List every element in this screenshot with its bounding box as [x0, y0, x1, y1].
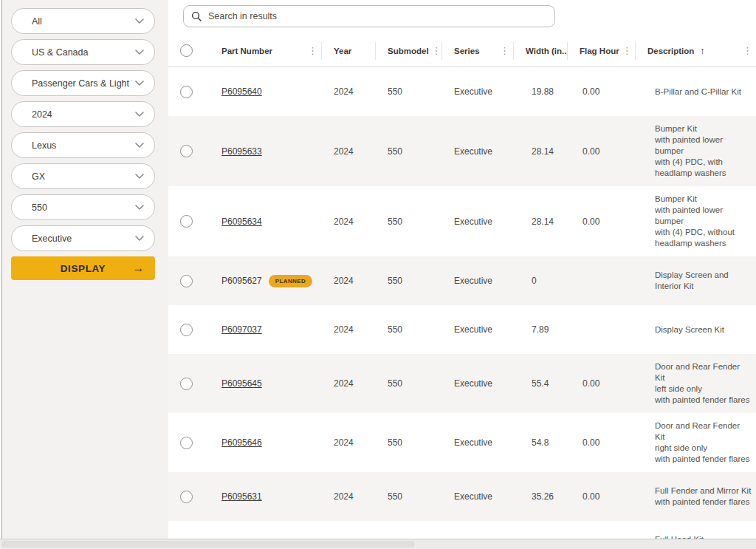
filter-dropdown-2024[interactable]: 2024	[11, 101, 155, 127]
header-cell-series[interactable]: Series⋮	[442, 42, 514, 60]
filter-list: AllUS & CanadaPassenger Cars & Light Tru…	[11, 8, 155, 251]
part-number-cell: P6095640	[210, 79, 322, 104]
flag-hour-cell: 0.00	[568, 484, 636, 509]
part-number-link[interactable]: P6095633	[221, 146, 262, 157]
column-menu-icon[interactable]: ⋮	[619, 45, 636, 56]
column-menu-icon[interactable]: ⋮	[740, 45, 756, 56]
display-button-label: DISPLAY	[61, 263, 106, 274]
header-cell-flag-hour[interactable]: Flag Hour⋮	[568, 42, 636, 60]
part-number-link[interactable]: P6095645	[221, 378, 262, 389]
row-select-cell	[168, 78, 210, 106]
row-select-cell	[168, 483, 210, 511]
row-select-cell	[168, 267, 210, 295]
table-row: P60956332024550Executive28.140.00Bumper …	[168, 116, 756, 186]
search-input[interactable]	[207, 10, 547, 22]
row-select-radio[interactable]	[180, 145, 193, 157]
description-line: Bumper Kit	[655, 123, 752, 134]
year-cell: 2024	[322, 371, 376, 396]
row-select-radio[interactable]	[180, 324, 193, 336]
description-cell: Full Fender and Mirror Kitwith painted f…	[636, 478, 756, 515]
column-label: Year	[334, 47, 351, 55]
header-cell-part-number[interactable]: Part Number⋮	[210, 42, 322, 60]
filter-dropdown-executive[interactable]: Executive	[11, 225, 155, 251]
series-cell: Executive	[442, 484, 514, 509]
part-number-link[interactable]: P6097037	[221, 324, 262, 335]
part-number-cell: P6095646	[210, 430, 322, 455]
year-cell: 2024	[322, 268, 376, 293]
row-select-radio[interactable]	[180, 86, 193, 98]
table-row: P60956452024550Executive55.40.00Door and…	[168, 354, 756, 413]
row-select-radio[interactable]	[180, 378, 193, 390]
filter-dropdown-550[interactable]: 550	[11, 194, 155, 220]
header-cell-submodel[interactable]: Submodel⋮	[376, 42, 442, 60]
column-menu-icon[interactable]: ⋮	[497, 45, 513, 56]
row-select-cell	[168, 316, 210, 344]
part-number-link[interactable]: P6095646	[221, 437, 262, 448]
header-cell-year[interactable]: Year	[322, 42, 376, 60]
description-cell: Display Screen Kit	[636, 317, 756, 343]
submodel-cell: 550	[376, 371, 442, 396]
select-all-radio[interactable]	[180, 44, 193, 57]
filter-dropdown-lexus[interactable]: Lexus	[11, 132, 155, 158]
column-menu-icon[interactable]: ⋮	[429, 45, 442, 56]
chevron-down-icon	[135, 18, 144, 24]
display-button[interactable]: DISPLAY →	[11, 256, 155, 280]
description-cell: Bumper Kitwith painted lower bumperwith …	[636, 186, 756, 256]
horizontal-scrollbar-thumb[interactable]	[1, 541, 415, 548]
search-row	[168, 0, 756, 35]
description-line: Bumper Kit	[655, 194, 752, 205]
row-select-radio[interactable]	[180, 215, 193, 228]
part-number-cell: P6095633	[210, 139, 322, 164]
part-number-cell: P6095627PLANNED	[210, 267, 322, 295]
part-number-text: P6095627	[221, 276, 262, 286]
part-number-link[interactable]: P6095634	[221, 216, 262, 227]
part-number-link[interactable]: P6095631	[221, 491, 262, 502]
description-line: Door and Rear Fender Kit	[655, 420, 752, 443]
header-cell-width-in[interactable]: Width (in...	[514, 42, 568, 60]
filter-dropdown-gx[interactable]: GX	[11, 163, 155, 189]
chevron-down-icon	[135, 174, 144, 179]
series-cell: Executive	[442, 209, 514, 234]
arrow-right-icon: →	[132, 262, 145, 275]
column-label: Width (in...	[526, 47, 568, 55]
table-row: P60956312024550Executive35.260.00Full Fe…	[168, 472, 756, 521]
year-cell: 2024	[322, 484, 376, 509]
flag-hour-cell: 0.00	[568, 371, 636, 396]
submodel-cell: 550	[376, 268, 442, 293]
flag-hour-cell: 0.00	[568, 209, 636, 234]
description-line: left side only	[655, 383, 752, 395]
table-header: Part Number⋮YearSubmodel⋮Series⋮Width (i…	[168, 35, 756, 67]
row-select-radio[interactable]	[180, 437, 193, 449]
description-line: Full Fender and Mirror Kit	[655, 485, 752, 497]
column-menu-icon[interactable]: ⋮	[305, 45, 321, 56]
part-number-cell: P6095645	[210, 371, 322, 396]
width-cell: 35.26	[514, 484, 568, 509]
row-select-cell	[168, 429, 210, 457]
filter-selected-value: 550	[32, 202, 132, 213]
description-line: with painted fender flares	[655, 454, 752, 465]
header-cell-description[interactable]: Description↑⋮	[636, 42, 756, 60]
width-cell: 28.14	[514, 209, 568, 234]
series-cell: Executive	[442, 430, 514, 455]
filter-dropdown-all[interactable]: All	[11, 8, 155, 34]
description-line: with painted lower bumper	[655, 134, 752, 157]
description-cell: Door and Rear Fender Kitright side onlyw…	[636, 413, 756, 472]
series-cell: Executive	[442, 268, 514, 293]
year-cell: 2024	[322, 209, 376, 234]
row-select-cell	[168, 370, 210, 398]
description-cell: B-Pillar and C-Pillar Kit	[636, 79, 756, 105]
horizontal-scrollbar[interactable]	[0, 539, 756, 549]
part-number-link[interactable]: P6095640	[221, 86, 262, 97]
filter-dropdown-passenger-cars-light-trucks[interactable]: Passenger Cars & Light Trucks	[11, 70, 155, 96]
description-line: Display Screen Kit	[655, 324, 752, 335]
year-cell: 2024	[322, 317, 376, 342]
series-cell: Executive	[442, 79, 514, 104]
filter-selected-value: Passenger Cars & Light Trucks	[32, 78, 132, 89]
filter-dropdown-us-canada[interactable]: US & Canada	[11, 39, 155, 65]
header-select-cell	[168, 42, 210, 60]
row-select-radio[interactable]	[180, 275, 193, 287]
width-cell: 55.4	[514, 371, 568, 396]
row-select-radio[interactable]	[180, 491, 193, 503]
year-cell: 2024	[322, 139, 376, 164]
column-label: Description	[647, 47, 694, 55]
